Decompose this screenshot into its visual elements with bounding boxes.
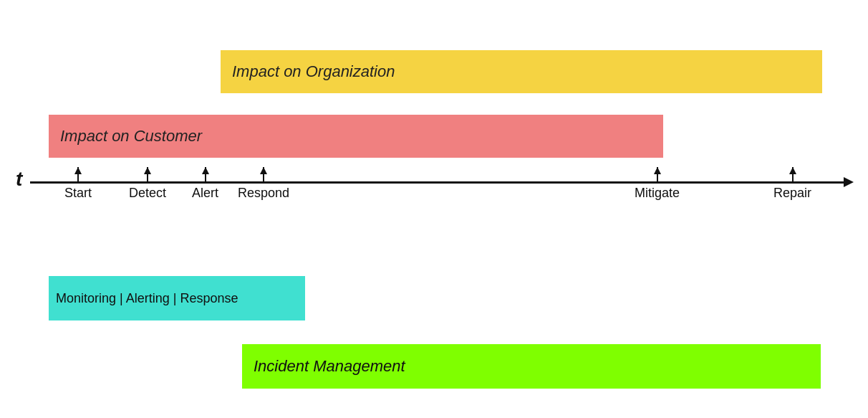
tick-label-detect: Detect: [129, 186, 166, 201]
incident-label: Incident Management: [254, 357, 405, 376]
tick-label-respond: Respond: [238, 186, 289, 201]
tick-respond: Respond: [238, 167, 289, 201]
monitoring-bar: Monitoring | Alerting | Response: [49, 276, 305, 320]
tick-label-alert: Alert: [192, 186, 218, 201]
tick-arrow-start: [77, 167, 79, 181]
tick-repair: Repair: [773, 167, 811, 201]
tick-arrow-mitigate: [657, 167, 658, 181]
tick-start: Start: [64, 167, 92, 201]
tick-alert: Alert: [192, 167, 218, 201]
impact-org-label: Impact on Organization: [232, 62, 395, 81]
tick-label-start: Start: [64, 186, 92, 201]
tick-arrow-repair: [792, 167, 794, 181]
tick-label-repair: Repair: [773, 186, 811, 201]
impact-customer-label: Impact on Customer: [60, 127, 202, 146]
impact-org-bar: Impact on Organization: [221, 50, 822, 93]
tick-label-mitigate: Mitigate: [635, 186, 680, 201]
tick-detect: Detect: [129, 167, 166, 201]
tick-arrow-detect: [147, 167, 148, 181]
tick-arrow-respond: [263, 167, 264, 181]
diagram-container: Impact on Organization Impact on Custome…: [0, 0, 868, 418]
incident-bar: Incident Management: [242, 344, 821, 389]
impact-customer-bar: Impact on Customer: [49, 115, 663, 158]
tick-arrow-alert: [205, 167, 206, 181]
t-label: t: [16, 168, 22, 191]
tick-mitigate: Mitigate: [635, 167, 680, 201]
monitoring-label: Monitoring | Alerting | Response: [56, 291, 238, 306]
